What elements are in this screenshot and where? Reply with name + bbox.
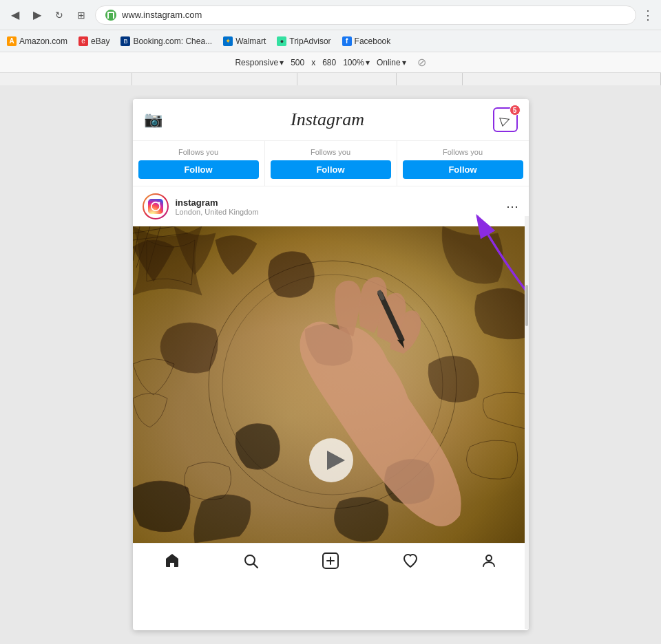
add-nav-button[interactable] — [322, 552, 339, 570]
search-icon — [242, 552, 259, 569]
height-value: 680 — [322, 58, 336, 67]
instagram-logo-small — [148, 199, 163, 214]
bookmarks-bar: A Amazon.com e eBay B Booking.com: Chea.… — [0, 30, 661, 52]
zoom-chevron: ▾ — [366, 58, 370, 67]
post-username[interactable]: instagram — [176, 197, 507, 208]
post-location: London, United Kingdom — [176, 208, 507, 216]
bookmark-facebook[interactable]: f Facebook — [342, 36, 391, 46]
post-avatar-inner — [144, 195, 167, 218]
suggested-label-2: Follows you — [311, 148, 350, 156]
ebay-favicon: e — [78, 36, 88, 46]
home-icon — [164, 552, 180, 569]
online-chevron: ▾ — [402, 58, 406, 67]
zoom-dropdown[interactable]: 100% ▾ — [343, 58, 370, 67]
online-dropdown[interactable]: Online ▾ — [377, 58, 406, 67]
instagram-logo: Instagram — [291, 109, 364, 130]
booking-favicon: B — [120, 36, 130, 46]
post-avatar[interactable] — [143, 193, 169, 219]
amazon-label: Amazon.com — [19, 36, 67, 46]
suggested-strip: Follows you Follow Follows you Follow Fo… — [133, 141, 529, 186]
forward-button[interactable]: ▶ — [29, 7, 45, 23]
camera-icon[interactable]: 📷 — [144, 111, 162, 129]
suggested-user-3: Follows you Follow — [397, 141, 529, 186]
booking-label: Booking.com: Chea... — [133, 36, 212, 46]
tripadvisor-favicon: ● — [277, 36, 286, 46]
scrollbar-track[interactable] — [525, 216, 529, 629]
facebook-label: Facebook — [355, 36, 391, 46]
zoom-value: 100% — [343, 58, 364, 67]
walmart-label: Walmart — [235, 36, 266, 46]
security-icon — [105, 10, 116, 21]
follow-button-3[interactable]: Follow — [403, 160, 523, 179]
width-value: 500 — [291, 58, 304, 67]
ruler-seg-3 — [297, 73, 397, 85]
search-nav-button[interactable] — [242, 552, 259, 569]
tripadvisor-label: TripAdvisor — [289, 36, 330, 46]
post-more-button[interactable]: ··· — [506, 200, 518, 214]
page-area: 📷 Instagram ▷ 5 Follows you Follow Follo… — [0, 85, 661, 644]
follow-button-1[interactable]: Follow — [138, 160, 259, 179]
facebook-favicon: f — [342, 36, 352, 46]
online-label: Online — [377, 58, 401, 67]
suggested-user-1: Follows you Follow — [133, 141, 265, 186]
profile-icon — [481, 552, 497, 569]
ruler-seg-4 — [397, 73, 463, 85]
profile-nav-button[interactable] — [481, 552, 497, 569]
suggested-label-1: Follows you — [178, 148, 218, 156]
bookmark-ebay[interactable]: e eBay — [78, 36, 109, 46]
scrollbar-thumb[interactable] — [525, 285, 528, 326]
svg-point-20 — [486, 555, 492, 561]
dev-toolbar: Responsive ▾ 500 x 680 100% ▾ Online ▾ ⊘ — [0, 52, 661, 73]
add-icon — [322, 552, 339, 570]
ruler-seg-1 — [0, 73, 132, 85]
reload-button[interactable]: ↻ — [51, 7, 67, 23]
back-button[interactable]: ◀ — [7, 7, 23, 23]
bookmark-amazon[interactable]: A Amazon.com — [7, 36, 67, 46]
post-image — [133, 226, 529, 543]
instagram-header: 📷 Instagram ▷ 5 — [133, 99, 529, 141]
tab-ruler — [0, 73, 661, 85]
bookmark-tripadvisor[interactable]: ● TripAdvisor — [277, 36, 330, 46]
responsive-chevron: ▾ — [280, 58, 284, 67]
notification-badge: 5 — [510, 105, 521, 116]
url-text: www.instagram.com — [122, 10, 202, 20]
responsive-dropdown[interactable]: Responsive ▾ — [235, 58, 284, 67]
suggested-user-2: Follows you Follow — [265, 141, 397, 186]
ebay-label: eBay — [91, 36, 109, 46]
svg-line-16 — [254, 564, 258, 568]
bookmark-booking[interactable]: B Booking.com: Chea... — [120, 36, 212, 46]
bottom-nav — [133, 543, 529, 578]
no-throttle-icon: ⊘ — [417, 56, 426, 69]
ruler-seg-5 — [463, 73, 661, 85]
heart-icon — [402, 552, 419, 569]
svg-point-2 — [158, 202, 160, 204]
post-user-info: instagram London, United Kingdom — [176, 197, 507, 216]
address-bar[interactable]: www.instagram.com — [95, 6, 636, 25]
suggested-label-3: Follows you — [443, 148, 483, 156]
amazon-favicon: A — [7, 36, 17, 46]
ruler-seg-2 — [132, 73, 297, 85]
svg-rect-0 — [148, 199, 163, 214]
bookmark-walmart[interactable]: ✦ Walmart — [223, 36, 266, 46]
heart-nav-button[interactable] — [402, 552, 419, 569]
mobile-frame: 📷 Instagram ▷ 5 Follows you Follow Follo… — [133, 99, 529, 630]
send-button[interactable]: ▷ 5 — [493, 107, 518, 132]
grid-button[interactable]: ⊞ — [73, 7, 90, 23]
dimension-x: x — [311, 58, 315, 67]
home-nav-button[interactable] — [164, 552, 180, 569]
follow-button-2[interactable]: Follow — [271, 160, 391, 179]
browser-toolbar: ◀ ▶ ↻ ⊞ www.instagram.com ⋮ — [0, 0, 661, 30]
post-header: instagram London, United Kingdom ··· — [133, 186, 529, 226]
more-menu-button[interactable]: ⋮ — [642, 8, 654, 23]
send-icon: ▷ — [498, 111, 512, 128]
walmart-favicon: ✦ — [223, 36, 233, 46]
responsive-label: Responsive — [235, 58, 278, 67]
post-artwork — [133, 226, 529, 543]
